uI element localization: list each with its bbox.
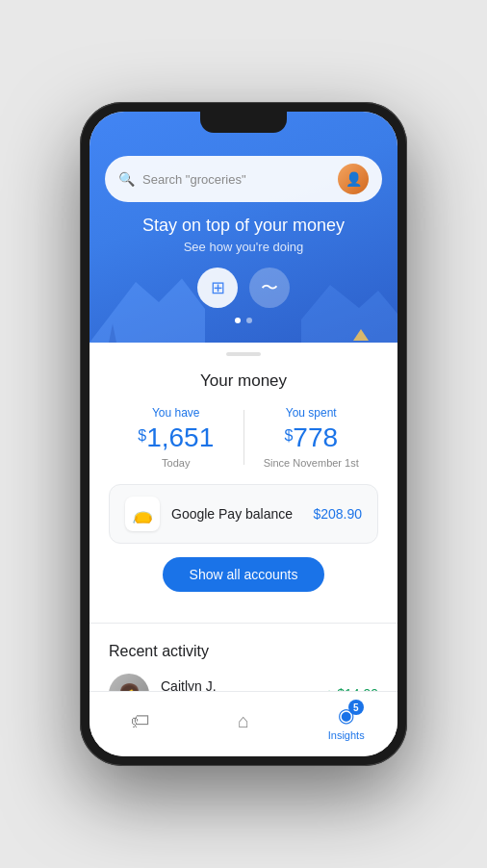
trending-icon-btn[interactable]: 〜 <box>249 268 290 308</box>
balance-card[interactable]: 👝 Google Pay balance $208.90 <box>109 484 378 544</box>
phone-notch <box>200 112 287 133</box>
nav-item-tag[interactable]: 🏷 <box>90 706 192 739</box>
you-have-currency: $ <box>138 427 146 445</box>
show-all-accounts-button[interactable]: Show all accounts <box>163 557 325 592</box>
search-input[interactable]: Search "groceries" <box>142 172 330 187</box>
drag-handle <box>226 352 261 356</box>
you-spent-currency: $ <box>284 427 293 445</box>
you-have-stat: You have $1,651 Today <box>109 406 244 469</box>
header-icons: ⊞ 〜 <box>105 268 382 308</box>
chart-icon-btn[interactable]: ⊞ <box>197 268 238 308</box>
insights-label: Insights <box>328 729 365 741</box>
your-money-title: Your money <box>109 371 378 391</box>
you-spent-label: You spent <box>254 406 370 420</box>
avatar[interactable]: 👤 <box>338 164 369 194</box>
recent-activity-title: Recent activity <box>109 643 378 660</box>
you-have-amount: $1,651 <box>118 423 234 453</box>
transaction-avatar: 👩 <box>109 674 149 691</box>
trending-icon: 〜 <box>261 276 278 299</box>
phone-frame: 🔍 Search "groceries" 👤 Stay on top of yo… <box>80 102 407 766</box>
main-content: Your money You have $1,651 Today You spe… <box>90 343 397 691</box>
you-spent-sublabel: Since November 1st <box>254 457 370 469</box>
nav-item-home[interactable]: ⌂ <box>192 706 295 739</box>
phone-screen: 🔍 Search "groceries" 👤 Stay on top of yo… <box>90 112 397 756</box>
pagination-dots <box>105 318 382 323</box>
recent-activity-section: Recent activity 👩 Caitlyn J. Yesterday ·… <box>90 631 397 691</box>
header-title: Stay on top of your money <box>105 216 382 236</box>
wallet-icon: 👝 <box>132 503 153 524</box>
insights-badge: 5 <box>348 700 364 715</box>
balance-amount: $208.90 <box>313 506 362 522</box>
home-icon: ⌂ <box>238 710 249 732</box>
transaction-name: Caitlyn J. <box>161 678 314 691</box>
you-have-sublabel: Today <box>118 457 234 469</box>
balance-label: Google Pay balance <box>171 506 301 522</box>
dot-1 <box>235 318 241 323</box>
money-stats: You have $1,651 Today You spent $778 Sin… <box>109 406 378 469</box>
tag-icon: 🏷 <box>131 710 150 732</box>
you-spent-stat: You spent $778 Since November 1st <box>244 406 379 469</box>
header-section: 🔍 Search "groceries" 👤 Stay on top of yo… <box>90 112 397 343</box>
search-bar[interactable]: 🔍 Search "groceries" 👤 <box>105 156 382 202</box>
dot-2 <box>246 318 252 323</box>
chart-icon: ⊞ <box>211 277 225 298</box>
nav-item-insights[interactable]: 5 ◉ Insights <box>295 700 397 745</box>
section-divider <box>90 623 397 624</box>
googlepay-icon: 👝 <box>125 497 160 531</box>
header-subtitle: See how you're doing <box>105 240 382 254</box>
transaction-info: Caitlyn J. Yesterday · Google Pay <box>161 678 314 691</box>
you-have-label: You have <box>118 406 234 420</box>
you-spent-amount: $778 <box>254 423 370 453</box>
transaction-item[interactable]: 👩 Caitlyn J. Yesterday · Google Pay + $1… <box>109 674 378 691</box>
search-icon: 🔍 <box>118 171 135 187</box>
bottom-nav: 🏷 ⌂ 5 ◉ Insights <box>90 691 397 756</box>
your-money-section: Your money You have $1,651 Today You spe… <box>90 364 397 615</box>
